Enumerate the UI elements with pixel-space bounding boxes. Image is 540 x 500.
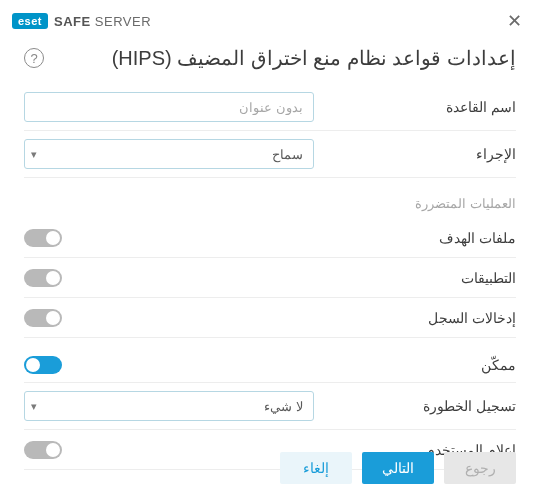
registry-toggle[interactable] bbox=[24, 309, 62, 327]
applications-toggle[interactable] bbox=[24, 269, 62, 287]
cancel-button[interactable]: إلغاء bbox=[280, 452, 352, 484]
brand: eset SAFE SERVER bbox=[12, 13, 151, 29]
action-label: الإجراء bbox=[460, 146, 516, 162]
registry-label: إدخالات السجل bbox=[412, 310, 516, 326]
rule-name-label: اسم القاعدة bbox=[430, 99, 516, 115]
brand-product: SAFE SERVER bbox=[54, 14, 151, 29]
next-button[interactable]: التالي bbox=[362, 452, 434, 484]
enabled-toggle[interactable] bbox=[24, 356, 62, 374]
severity-value: لا شيء bbox=[37, 399, 305, 414]
severity-label: تسجيل الخطورة bbox=[407, 398, 516, 414]
applications-label: التطبيقات bbox=[445, 270, 516, 286]
brand-logo: eset bbox=[12, 13, 48, 29]
chevron-down-icon: ▾ bbox=[31, 400, 37, 413]
enabled-label: ممكّن bbox=[465, 357, 516, 373]
severity-select[interactable]: ▾ لا شيء bbox=[24, 391, 314, 421]
rule-name-input[interactable] bbox=[24, 92, 314, 122]
close-icon[interactable]: ✕ bbox=[501, 8, 528, 34]
chevron-down-icon: ▾ bbox=[31, 148, 37, 161]
action-select[interactable]: ▾ سماح bbox=[24, 139, 314, 169]
page-title: إعدادات قواعد نظام منع اختراق المضيف (HI… bbox=[112, 46, 516, 70]
target-files-label: ملفات الهدف bbox=[423, 230, 516, 246]
action-value: سماح bbox=[37, 147, 305, 162]
affected-section-header: العمليات المتضررة bbox=[399, 196, 516, 211]
back-button: رجوع bbox=[444, 452, 516, 484]
help-icon[interactable]: ? bbox=[24, 48, 44, 68]
target-files-toggle[interactable] bbox=[24, 229, 62, 247]
